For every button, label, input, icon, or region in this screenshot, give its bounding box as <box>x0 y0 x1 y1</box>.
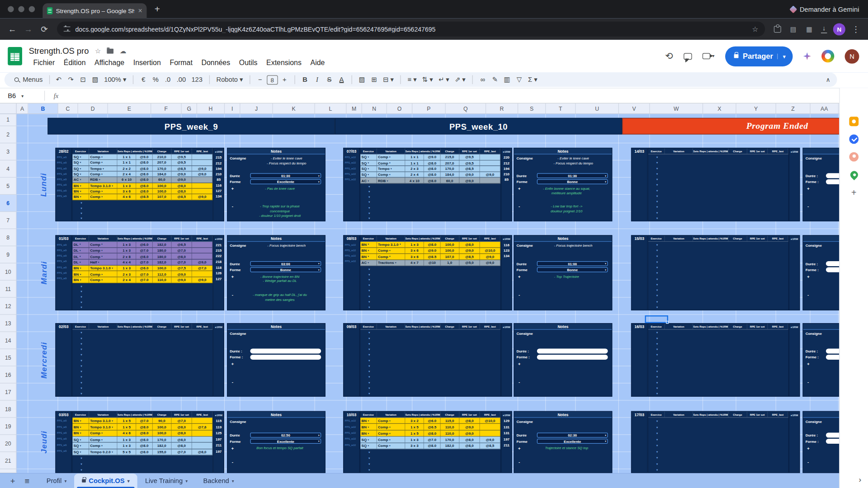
cell[interactable]: @10,0 <box>480 418 500 423</box>
cell[interactable]: ▾ <box>72 216 89 221</box>
forward-icon[interactable]: → <box>23 24 33 34</box>
add-addon-icon[interactable]: + <box>851 188 856 198</box>
column-header-M[interactable]: M <box>347 103 362 113</box>
cell[interactable]: ▾ <box>360 335 377 341</box>
cell[interactable]: BN▾ <box>360 418 377 423</box>
paint-format-icon[interactable]: ▧ <box>90 76 100 84</box>
cell[interactable]: 6 x 10 <box>118 177 136 182</box>
cell[interactable]: 1 x 3 <box>406 242 424 247</box>
forme-select[interactable]: Excellente▾ <box>250 179 321 184</box>
contacts-icon[interactable] <box>849 152 859 162</box>
cell[interactable]: Tempo 3.1.0▾ <box>89 265 118 271</box>
row-header-19[interactable]: 19 <box>0 418 16 435</box>
cell[interactable]: 1 x 1 <box>118 160 136 165</box>
table-row[interactable]: ▾ <box>360 347 500 352</box>
cell[interactable]: ▾ <box>648 259 665 265</box>
forme-select[interactable]: Bonne▾ <box>537 267 608 272</box>
cell[interactable] <box>480 431 500 436</box>
cell[interactable]: ▾ <box>360 363 377 368</box>
formula-input[interactable] <box>65 89 868 103</box>
gemini-sparkle-icon[interactable] <box>803 52 811 60</box>
cell[interactable]: ▾ <box>360 200 377 205</box>
cell[interactable]: @8.0 <box>136 443 152 449</box>
cell[interactable]: ▾ <box>360 272 377 277</box>
cell[interactable]: 60,0 <box>441 178 459 183</box>
table-row[interactable]: ▾ <box>648 442 788 448</box>
row-header-2[interactable]: 2 <box>0 126 16 143</box>
cell[interactable]: @7.0 <box>136 277 152 283</box>
cell[interactable]: 184,0 <box>153 172 171 177</box>
table-row[interactable]: SQ▾Comp▾1 x 3@8.0182,0@8,0 <box>72 443 212 449</box>
cell[interactable]: @8.0 <box>424 431 440 436</box>
cell[interactable]: 107,0 <box>441 254 459 259</box>
cell[interactable]: @9,0 <box>459 431 480 436</box>
cell[interactable]: ▾ <box>648 276 665 282</box>
column-header-E[interactable]: E <box>108 103 151 113</box>
table-row[interactable]: ▾ <box>72 374 212 380</box>
cell[interactable]: @9,0 <box>171 277 192 283</box>
table-row[interactable]: ▾ <box>72 288 212 294</box>
cell[interactable]: @9,0 <box>459 178 480 183</box>
cell[interactable] <box>480 424 500 430</box>
cell[interactable]: @8.0 <box>136 424 152 430</box>
table-row[interactable]: ▾ <box>72 467 212 473</box>
cell[interactable]: @7.0 <box>136 248 152 253</box>
cell[interactable]: ▾ <box>648 436 665 442</box>
cell[interactable]: ▾ <box>648 204 665 210</box>
cell[interactable]: Comp▾ <box>89 160 118 165</box>
cell[interactable]: @8,0 <box>171 443 192 449</box>
cell[interactable]: ▾ <box>360 369 377 374</box>
table-row[interactable]: ▾ <box>648 460 788 466</box>
table-row[interactable]: ▾ <box>648 199 788 204</box>
functions-icon[interactable]: Σ ▾ <box>526 76 539 84</box>
column-header-Z[interactable]: Z <box>776 103 811 113</box>
cell[interactable]: @9,0 <box>480 172 500 177</box>
column-header-X[interactable]: X <box>703 103 736 113</box>
version-history-icon[interactable]: ⟲ <box>665 50 673 62</box>
browser-tab[interactable]: Strength.OS pro – Google Sh × <box>42 3 146 18</box>
cell[interactable]: 1 x 3 <box>118 248 136 253</box>
cell[interactable]: RDB▾ <box>377 178 406 183</box>
font-size-input[interactable]: 8 <box>267 75 278 84</box>
table-row[interactable]: ▾ <box>360 341 500 346</box>
duree-select[interactable]: 02:50▾ <box>250 432 321 437</box>
cell[interactable]: 2 x 3 <box>118 271 136 277</box>
cell[interactable]: 2 x 4 <box>118 172 136 177</box>
forme-select[interactable] <box>826 179 839 184</box>
cell[interactable]: @9.0 <box>136 155 152 160</box>
cell[interactable]: @9,5 <box>171 155 192 160</box>
table-row[interactable]: ▾ <box>360 390 500 396</box>
cell[interactable]: ▾ <box>72 385 89 390</box>
table-row[interactable]: ▾ <box>648 188 788 193</box>
column-header-B[interactable]: B <box>28 103 58 113</box>
row-header-21[interactable]: 21 <box>0 452 16 469</box>
site-info-icon[interactable] <box>64 27 71 32</box>
font-select[interactable]: Roboto ▾ <box>214 76 245 84</box>
table-row[interactable]: ▾ <box>648 357 788 363</box>
table-row[interactable]: SQ▾Comp▾1 x 3@7.0170,0@8,0@9,0 <box>360 437 500 443</box>
menu-aide[interactable]: Aide <box>306 57 329 68</box>
cell[interactable]: Tempo▾ <box>89 166 118 171</box>
cell[interactable]: ▾ <box>648 165 665 171</box>
cell[interactable]: Tractions▾ <box>377 260 406 265</box>
cell[interactable]: ▾ <box>648 210 665 215</box>
vertical-align-icon[interactable]: ⇅ ▾ <box>420 76 435 84</box>
cell[interactable]: @9,5 <box>459 160 480 166</box>
cell[interactable]: 3 x 6 <box>406 248 424 253</box>
cell[interactable]: @8,0 <box>171 183 192 188</box>
cell[interactable]: 100,0 <box>441 242 459 247</box>
cell[interactable]: ▾ <box>648 380 665 385</box>
cell[interactable]: 4 x 6 <box>118 430 136 436</box>
cell[interactable]: 4 x 4 <box>118 259 136 265</box>
cell[interactable]: 180,0 <box>153 248 171 253</box>
cell[interactable]: ▾ <box>360 305 377 310</box>
cell[interactable]: @8.0 <box>136 436 152 442</box>
table-row[interactable]: BN▾Tempo 3.1.0▾1 x 3@8.0100,0@8,0 <box>360 242 500 248</box>
table-row[interactable]: ▾ <box>360 282 500 288</box>
browser-avatar[interactable]: N <box>833 23 845 35</box>
cell[interactable]: 1 x 5 <box>406 431 424 436</box>
cell[interactable]: ▾ <box>648 369 665 374</box>
table-row[interactable]: SQ▾Comp▾1 x 1@9.0210,0@9,5 <box>72 155 212 160</box>
cell[interactable]: ▾ <box>648 335 665 341</box>
table-row[interactable]: SQ▾Comp▾2 x 4@8.0184,0@9,0@9,0 <box>360 172 500 178</box>
